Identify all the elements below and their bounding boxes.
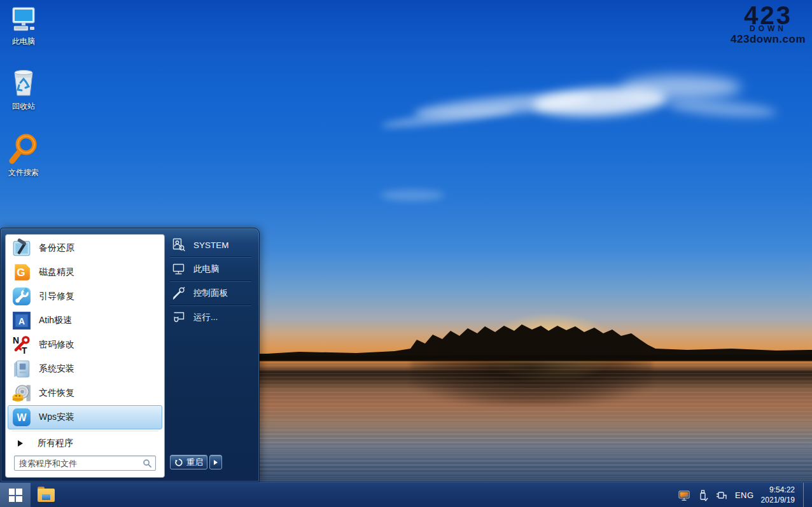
menu-divider: [11, 431, 158, 431]
menu-item-atih[interactable]: A Atih极速: [8, 309, 162, 333]
this-pc-icon: [171, 261, 186, 277]
restart-label: 重启: [186, 457, 203, 468]
run-icon: [171, 310, 186, 325]
file-search-icon: [8, 132, 39, 165]
system-tray: ENG 9:54:22 2021/9/19: [678, 483, 807, 507]
all-programs-arrow-icon: [18, 440, 23, 447]
all-programs-label: 所有程序: [38, 438, 73, 449]
place-label: 此电脑: [193, 263, 220, 275]
start-search-box[interactable]: [14, 455, 156, 471]
acronis-icon: A: [12, 311, 31, 330]
program-label: Atih极速: [39, 315, 72, 326]
start-menu-program-panel: 备份还原 G 磁盘精灵: [5, 234, 165, 478]
usb-tray-icon[interactable]: [697, 489, 708, 501]
password-letter-n: N: [13, 335, 19, 345]
backup-restore-icon: [12, 239, 31, 258]
place-item-this-pc[interactable]: 此电脑: [165, 260, 256, 279]
system-install-icon: [12, 359, 31, 379]
restart-icon: [174, 458, 183, 467]
system-account-icon: [171, 237, 186, 253]
place-item-run[interactable]: 运行...: [165, 308, 256, 327]
file-explorer-icon: [38, 489, 55, 502]
place-label: 运行...: [193, 312, 218, 323]
clock-time: 9:54:22: [761, 485, 795, 496]
start-button[interactable]: [0, 483, 31, 507]
display-settings-tray-icon[interactable]: [678, 490, 690, 501]
cloud: [620, 75, 741, 99]
computer-icon: [9, 5, 38, 34]
boot-repair-icon: [12, 287, 31, 306]
search-icon: [143, 459, 152, 468]
program-label: 磁盘精灵: [39, 267, 74, 278]
acronis-letter: A: [18, 316, 25, 326]
search-input[interactable]: [18, 458, 143, 469]
show-desktop-button[interactable]: [803, 483, 807, 507]
program-label: 备份还原: [39, 242, 74, 254]
wps-letter: W: [17, 412, 27, 423]
desktop-icon-file-search[interactable]: 文件搜索: [4, 132, 43, 178]
menu-item-system-install[interactable]: 系统安装: [8, 357, 162, 381]
recycle-bin-icon: [9, 67, 38, 99]
cloud: [668, 98, 776, 120]
program-label: 系统安装: [39, 363, 74, 375]
password-letter-t: T: [22, 345, 27, 354]
start-menu: 备份还原 G 磁盘精灵: [0, 228, 260, 482]
desktop-icon-label: 文件搜索: [8, 168, 39, 177]
cloud: [381, 190, 444, 201]
chevron-right-icon: [214, 460, 218, 465]
clock-date: 2021/9/19: [761, 496, 795, 506]
place-label: 控制面板: [193, 288, 228, 299]
menu-item-file-recovery[interactable]: 文件恢复: [8, 381, 162, 405]
taskbar: ENG 9:54:22 2021/9/19: [0, 482, 812, 507]
place-item-control-panel[interactable]: 控制面板: [165, 284, 256, 303]
program-label: Wps安装: [39, 412, 74, 423]
diskgenius-icon: G: [12, 263, 31, 282]
menu-divider: [170, 305, 251, 306]
program-label: 文件恢复: [39, 387, 74, 399]
language-indicator[interactable]: ENG: [735, 490, 754, 500]
all-programs-button[interactable]: 所有程序: [8, 433, 162, 454]
control-panel-icon: [171, 286, 186, 301]
desktop-icon-this-pc[interactable]: 此电脑: [4, 5, 43, 47]
windows-logo-icon: [9, 489, 22, 502]
menu-item-wps-install[interactable]: W Wps安装: [8, 405, 162, 429]
start-menu-places-panel: SYSTEM 此电脑 控制面板: [165, 234, 256, 478]
wps-icon: W: [12, 408, 31, 427]
place-label: SYSTEM: [193, 240, 229, 250]
taskbar-clock[interactable]: 9:54:22 2021/9/19: [761, 485, 795, 505]
menu-item-backup-restore[interactable]: 备份还原: [8, 236, 162, 260]
menu-divider: [170, 281, 251, 282]
restart-button[interactable]: 重启: [170, 455, 207, 469]
watermark-down-text: DOWN: [731, 25, 806, 32]
file-recovery-icon: [12, 384, 31, 403]
diskgenius-letter: G: [17, 266, 25, 279]
menu-item-diskgenius[interactable]: G 磁盘精灵: [8, 260, 162, 284]
network-plug-tray-icon[interactable]: [715, 489, 728, 501]
desktop-icon-recycle-bin[interactable]: 回收站: [4, 67, 43, 112]
taskbar-file-explorer-button[interactable]: [33, 483, 59, 507]
watermark-site-url: 423down.com: [731, 34, 806, 45]
program-label: 密码修改: [39, 339, 74, 351]
menu-item-boot-repair[interactable]: 引导修复: [8, 284, 162, 309]
place-item-system[interactable]: SYSTEM: [165, 235, 256, 254]
password-key-icon: N T: [12, 335, 31, 354]
watermark-logo: 423 DOWN 423down.com: [731, 3, 806, 45]
desktop-icon-label: 此电脑: [12, 37, 35, 46]
menu-item-password-edit[interactable]: N T 密码修改: [8, 333, 162, 357]
program-label: 引导修复: [39, 291, 74, 302]
menu-divider: [170, 256, 251, 258]
desktop-icon-label: 回收站: [12, 102, 35, 111]
restart-options-arrow-button[interactable]: [209, 455, 222, 469]
